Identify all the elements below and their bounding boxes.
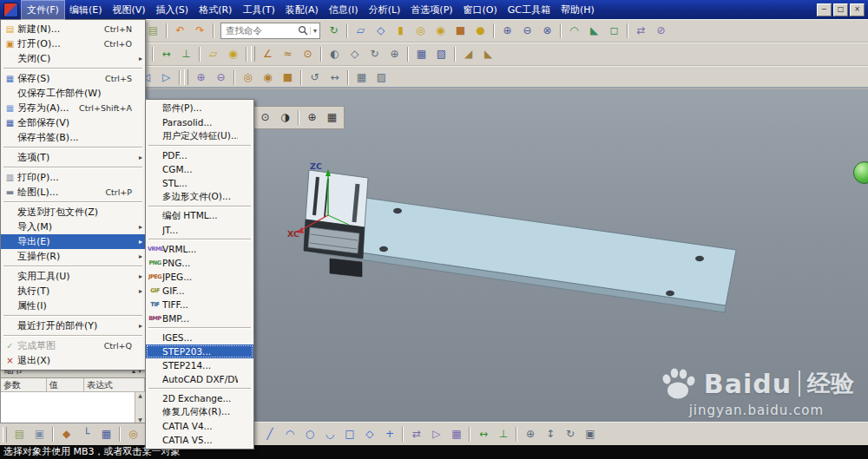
cylinder-button[interactable]: ◎ [239, 69, 257, 87]
export-menu-item-png[interactable]: PNGPNG... [146, 256, 253, 270]
redo-button[interactable]: ↷ [191, 22, 209, 40]
export-menu-item-pdf[interactable]: PDF... [146, 148, 253, 162]
undo-button[interactable]: ↶ [171, 22, 189, 40]
wcs-toggle-button[interactable]: ⊕ [303, 108, 321, 127]
file-menu-item-s[interactable]: ▦保存(S)Ctrl+S [1, 71, 145, 86]
constraint-tool-button[interactable]: ⊥ [494, 425, 512, 443]
export-menu-item-bmp[interactable]: BMPBMP... [146, 311, 253, 325]
file-menu-item-b[interactable]: 保存书签(B)... [1, 130, 145, 145]
search-icon[interactable] [296, 25, 310, 36]
quadrant-snap-button[interactable]: ◑ [276, 108, 294, 127]
menubar-item-3[interactable]: 视图(V) [107, 1, 150, 19]
pan-tool-button[interactable]: ↕ [541, 425, 559, 443]
export-menu-item-stl[interactable]: STL... [146, 176, 253, 190]
app-icon[interactable] [3, 3, 18, 17]
rectangle-tool-button[interactable]: □ [340, 425, 358, 443]
target-a-button[interactable]: ◎ [124, 425, 142, 443]
fit-tool-button[interactable]: ▣ [581, 425, 599, 443]
menubar-item-12[interactable]: GC工具箱 [503, 1, 556, 19]
toolbar-grip[interactable] [3, 427, 7, 443]
shell-button[interactable]: ◻ [605, 22, 623, 40]
scroll-down-icon[interactable]: ▼ [138, 416, 142, 423]
file-menu-item-v[interactable]: ▦全部保存(V) [1, 115, 145, 130]
file-menu-item-m[interactable]: 导入(M)▸ [1, 220, 145, 234]
export-menu-item-catia-v4[interactable]: CATIA V4... [146, 419, 253, 433]
export-menu-item-tiff[interactable]: TIFTIFF... [146, 298, 253, 311]
layer-visible-button[interactable]: ▧ [432, 45, 450, 63]
draft-button[interactable]: ◢ [459, 45, 477, 63]
export-menu-item-2d-exchange[interactable]: 2D Exchange... [146, 391, 253, 405]
file-menu-item-t[interactable]: 执行(T)▸ [1, 284, 145, 298]
shadow-display-button[interactable]: ▨ [372, 69, 391, 87]
revolve-button[interactable]: ◎ [411, 22, 430, 40]
command-finder-input[interactable] [224, 24, 296, 36]
undo-view-button[interactable]: ↺ [306, 69, 324, 87]
file-menu-item-r[interactable]: 互操作(R)▸ [1, 249, 145, 264]
details-scrollbar[interactable]: ▲ ▼ [135, 392, 145, 423]
menubar-item-9[interactable]: 分析(L) [364, 1, 406, 19]
delete-face-button[interactable]: ⊘ [652, 22, 670, 40]
sketch-button[interactable]: ▱ [352, 22, 370, 40]
refresh-button[interactable]: ↻ [325, 22, 343, 40]
menubar-item-8[interactable]: 信息(I) [324, 1, 364, 19]
file-menu-item-l[interactable]: ▬绘图(L)...Ctrl+P [1, 185, 145, 200]
menubar-item-6[interactable]: 工具(T) [237, 1, 279, 19]
mirror-tool-button[interactable]: ▷ [427, 425, 445, 443]
pad-button[interactable]: ■ [279, 69, 297, 87]
grid-display-button[interactable]: ▦ [352, 69, 371, 87]
grid-snap-button[interactable]: ▦ [97, 425, 115, 443]
clipboard-copy-button[interactable]: ▣ [30, 425, 49, 443]
menubar-item-1[interactable]: 文件(F) [22, 1, 64, 19]
export-menu-item-jt[interactable]: JT... [146, 223, 253, 237]
datum-plane-button[interactable]: ◇ [372, 22, 390, 40]
clipboard-paste-button[interactable]: ▤ [10, 425, 29, 443]
paste-button[interactable]: ▤ [144, 22, 162, 40]
fit-view-button[interactable]: ↔ [326, 69, 344, 87]
chamfer-button[interactable]: ◣ [585, 22, 603, 40]
intersection-snap-button[interactable]: ⊙ [256, 108, 274, 127]
file-menu-item-n[interactable]: ▤新建(N)...Ctrl+N [1, 22, 145, 36]
menubar-item-10[interactable]: 首选项(P) [405, 1, 457, 19]
intersect-button[interactable]: ⊗ [538, 22, 556, 40]
file-menu-item-c[interactable]: 关闭(C)▸ [1, 51, 145, 66]
zoom-tool-button[interactable]: ⊕ [521, 425, 539, 443]
export-menu-item-iges[interactable]: IGES... [146, 331, 253, 344]
measure-distance-button[interactable]: ⊙ [299, 45, 317, 63]
export-menu-item-u[interactable]: 用户定义特征(U)... [146, 129, 253, 143]
menubar-item-13[interactable]: 帮助(H) [556, 1, 600, 19]
snap-toggle-button[interactable]: ◆ [57, 425, 76, 443]
export-menu-item-step203[interactable]: STEP203... [146, 344, 253, 358]
line-tool-button[interactable]: ╱ [260, 425, 279, 443]
deviation-button[interactable]: ≈ [279, 45, 297, 63]
offset-tool-button[interactable]: ⇄ [407, 425, 425, 443]
boss-button[interactable]: ◉ [259, 69, 277, 87]
file-menu-item-t[interactable]: 选项(T)▸ [1, 150, 145, 165]
export-menu-item-parasolid[interactable]: Parasolid... [146, 115, 253, 129]
rotate-view-button[interactable]: ↻ [365, 45, 384, 63]
point-button[interactable]: ◉ [224, 45, 242, 63]
grid-toggle-button[interactable]: ▦ [323, 108, 341, 127]
circle-tool-button[interactable]: ○ [300, 425, 319, 443]
rapid-dimension-button[interactable]: ↔ [157, 45, 175, 63]
export-menu-item-r[interactable]: 修复几何体(R)... [146, 405, 253, 419]
menubar-item-2[interactable]: 编辑(E) [64, 1, 108, 19]
pattern-tool-button[interactable]: ▦ [447, 425, 465, 443]
menubar-item-4[interactable]: 插入(S) [151, 1, 194, 19]
toolbar-grip[interactable] [251, 46, 255, 62]
file-menu-item-o[interactable]: ▣打开(O)...Ctrl+O [1, 36, 145, 51]
export-menu-item-catia-v5[interactable]: CATIA V5... [146, 433, 253, 447]
export-menu-item-vrml[interactable]: VRMLVRML... [146, 242, 253, 256]
polygon-tool-button[interactable]: ◇ [360, 425, 378, 443]
view-right-button[interactable]: ▷ [157, 69, 175, 87]
export-menu-item-cgm[interactable]: CGM... [146, 162, 253, 176]
block-button[interactable]: ■ [451, 22, 470, 40]
export-menu-item-html[interactable]: 编创 HTML... [146, 209, 253, 223]
dimension-tool-button[interactable]: ↔ [474, 425, 492, 443]
export-menu-item-o[interactable]: 多边形文件(O)... [146, 190, 253, 204]
restore-button[interactable]: □ [833, 3, 848, 16]
file-menu-item-u[interactable]: 实用工具(U)▸ [1, 269, 145, 284]
export-menu-item-p[interactable]: 部件(P)... [146, 102, 253, 115]
export-menu-item-step214[interactable]: STEP214... [146, 358, 253, 372]
search-dropdown-icon[interactable]: ▾ [310, 27, 319, 35]
zoom-view-button[interactable]: ⊕ [385, 45, 404, 63]
